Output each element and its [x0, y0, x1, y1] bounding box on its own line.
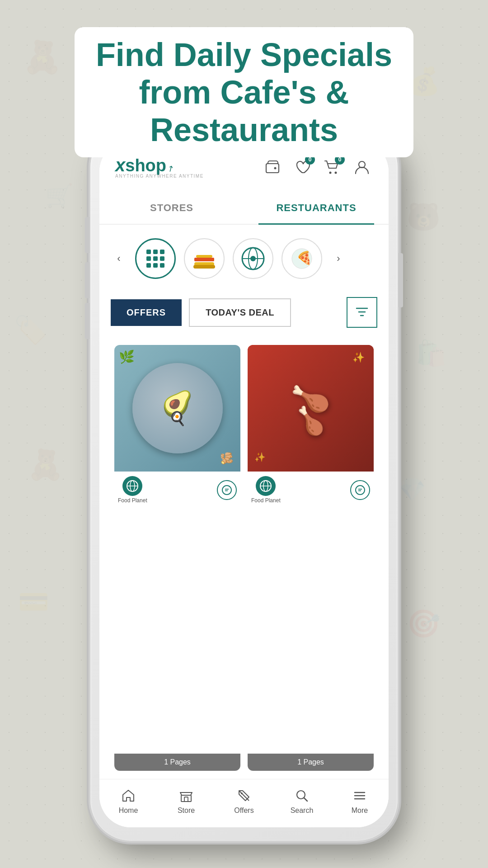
- hero-title: Find Daily Specials from Cafe's & Restau…: [75, 27, 413, 157]
- nav-item-offers[interactable]: Offers: [215, 784, 273, 818]
- logo-shop-text: shop: [125, 157, 166, 174]
- svg-text:🍕: 🍕: [296, 250, 312, 265]
- food-card-chicken-footer: Food Planet: [248, 472, 374, 508]
- category-prev-button[interactable]: ‹: [111, 250, 127, 267]
- category-icon-1: [185, 239, 224, 278]
- filter-icon: [355, 306, 369, 319]
- food-image-fried-chicken: 🍗 🍗 ✨ ✨: [248, 345, 374, 472]
- svg-rect-16: [194, 258, 214, 261]
- logo-x: x: [115, 156, 125, 174]
- filter-button[interactable]: [347, 297, 377, 328]
- store-name-chicken: Food Planet: [251, 497, 281, 504]
- food-card-avocado[interactable]: 🥑 🍳 🌿 🫚 1 Pages: [114, 345, 240, 771]
- svg-rect-18: [193, 265, 215, 269]
- store-icon: [178, 788, 194, 804]
- category-item-2[interactable]: [233, 238, 273, 279]
- offers-icon: [236, 788, 252, 804]
- wallet-button[interactable]: [262, 156, 283, 178]
- food-card-fried-chicken[interactable]: 🍗 🍗 ✨ ✨ 1 Pages: [248, 345, 374, 771]
- chat-button-chicken[interactable]: [350, 480, 370, 500]
- svg-text:🧸: 🧸: [23, 38, 62, 76]
- grid-category-icon: [138, 241, 173, 276]
- phone-screen: x shop ↗ ANYTHING ANYWHERE ANYTIME: [99, 140, 389, 827]
- phone-outer-shell: x shop ↗ ANYTHING ANYWHERE ANYTIME: [90, 127, 398, 841]
- svg-line-41: [304, 798, 307, 801]
- svg-point-12: [329, 172, 332, 174]
- wishlist-button[interactable]: 0: [291, 156, 313, 178]
- category-icon-2: [234, 239, 272, 278]
- category-filter-row: ‹: [99, 225, 389, 292]
- nav-label-search: Search: [291, 807, 314, 815]
- svg-point-28: [222, 486, 231, 495]
- more-icon: [352, 788, 368, 804]
- food-card-avocado-footer: Food Planet: [114, 472, 240, 508]
- store-logo-chicken: Food Planet: [251, 476, 281, 504]
- svg-text:🧸: 🧸: [27, 447, 64, 482]
- svg-rect-10: [266, 164, 279, 173]
- filter-row: OFFERS TODAY'S DEAL: [99, 292, 389, 337]
- svg-point-39: [241, 793, 243, 794]
- nav-label-home: Home: [119, 807, 138, 815]
- profile-icon: [354, 159, 370, 175]
- phone-mockup: x shop ↗ ANYTHING ANYWHERE ANYTIME: [90, 127, 398, 841]
- store-logo-circle-chicken: [256, 476, 276, 496]
- svg-text:🛍️: 🛍️: [416, 339, 447, 368]
- food-cards-grid: 🥑 🍳 🌿 🫚 1 Pages: [99, 337, 389, 779]
- svg-point-13: [335, 172, 337, 174]
- svg-text:💳: 💳: [18, 587, 49, 617]
- app-logo: x shop ↗ ANYTHING ANYWHERE ANYTIME: [115, 156, 204, 179]
- svg-point-14: [359, 161, 365, 168]
- nav-item-home[interactable]: Home: [99, 784, 157, 818]
- svg-rect-37: [181, 795, 191, 802]
- offers-button[interactable]: OFFERS: [111, 299, 182, 326]
- svg-text:💎: 💎: [398, 476, 426, 503]
- nav-item-store[interactable]: Store: [157, 784, 215, 818]
- svg-text:🛒: 🛒: [45, 182, 74, 209]
- store-logo-circle-avocado: [122, 476, 142, 496]
- nav-label-more: More: [352, 807, 368, 815]
- category-all-button[interactable]: [135, 238, 176, 279]
- nav-item-more[interactable]: More: [331, 784, 389, 818]
- chat-button-avocado[interactable]: [217, 480, 237, 500]
- food-card-chicken-label: 1 Pages: [248, 754, 374, 771]
- search-icon: [294, 788, 310, 804]
- svg-text:🐻: 🐻: [407, 201, 441, 233]
- tab-restaurants[interactable]: RESTUARANTS: [244, 192, 389, 224]
- category-item-1[interactable]: [184, 238, 225, 279]
- svg-text:🎯: 🎯: [407, 608, 441, 640]
- store-logo-avocado: Food Planet: [118, 476, 147, 504]
- nav-label-store: Store: [178, 807, 195, 815]
- svg-point-34: [356, 486, 365, 495]
- wallet-icon: [264, 159, 281, 175]
- header-icons-group: 0 0: [262, 156, 373, 178]
- logo-arrow-icon: ↗: [166, 163, 176, 174]
- food-image-avocado: 🥑 🍳 🌿 🫚: [114, 345, 240, 472]
- category-item-3[interactable]: 🍕: [282, 238, 322, 279]
- profile-button[interactable]: [351, 156, 373, 178]
- svg-text:🏷️: 🏷️: [14, 314, 47, 346]
- nav-label-offers: Offers: [234, 807, 253, 815]
- svg-point-22: [250, 256, 256, 261]
- svg-rect-17: [196, 255, 212, 258]
- home-icon: [120, 788, 136, 804]
- nav-item-search[interactable]: Search: [273, 784, 331, 818]
- svg-rect-38: [184, 797, 188, 802]
- food-card-avocado-label: 1 Pages: [114, 754, 240, 771]
- cart-button[interactable]: 0: [321, 156, 343, 178]
- logo-tagline: ANYTHING ANYWHERE ANYTIME: [115, 174, 204, 179]
- today-deal-button[interactable]: TODAY'S DEAL: [189, 298, 291, 327]
- svg-point-11: [274, 167, 277, 170]
- category-icon-3: 🍕: [282, 239, 321, 278]
- category-next-button[interactable]: ›: [330, 250, 347, 267]
- tab-stores[interactable]: STORES: [99, 192, 244, 224]
- tab-bar: STORES RESTUARANTS: [99, 192, 389, 225]
- store-name-avocado: Food Planet: [118, 497, 147, 504]
- hero-headline: Find Daily Specials from Cafe's & Restau…: [75, 27, 413, 157]
- bottom-navigation: Home Store: [99, 779, 389, 827]
